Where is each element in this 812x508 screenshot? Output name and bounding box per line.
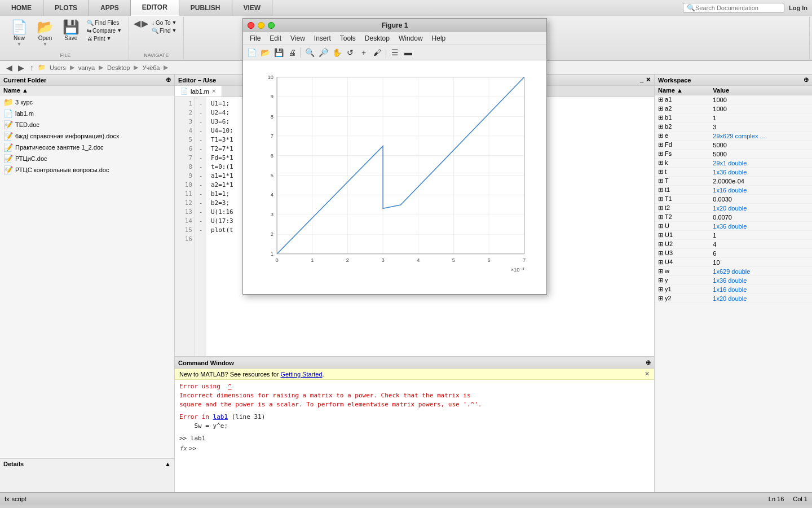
workspace-row[interactable]: ⊞ U3 6: [655, 249, 812, 258]
editor-minimize-icon[interactable]: _: [640, 76, 643, 84]
open-button[interactable]: 📂 Open ▼: [33, 18, 58, 48]
cmd-expand-icon[interactable]: ⊕: [646, 359, 651, 366]
workspace-row[interactable]: ⊞ T2 0.0070: [655, 213, 812, 222]
fig-menu-tools[interactable]: Tools: [336, 33, 360, 43]
cmd-banner: New to MATLAB? See resources for Getting…: [175, 369, 654, 380]
tab-plots[interactable]: PLOTS: [43, 0, 89, 16]
fig-brush-button[interactable]: 🖌: [371, 46, 383, 59]
forward-icon[interactable]: ▶: [142, 18, 148, 29]
fig-close-button[interactable]: [248, 22, 254, 29]
list-item[interactable]: 📁 3 курс: [0, 97, 174, 108]
editor-tab-lab1[interactable]: 📄 lab1.m ✕: [175, 86, 222, 97]
fig-print-button[interactable]: 🖨: [286, 46, 298, 59]
fig-legend-button[interactable]: ☰: [389, 46, 401, 59]
fig-minimize-button[interactable]: [258, 22, 264, 29]
list-item[interactable]: 📄 lab1.m: [0, 108, 174, 119]
fig-menu-window[interactable]: Window: [394, 33, 427, 43]
tab-home[interactable]: HOME: [0, 0, 43, 16]
workspace-row[interactable]: ⊞ k 29x1 double: [655, 159, 812, 168]
cmd-window-title: Command Window: [178, 360, 234, 366]
workspace-row[interactable]: ⊞ w 1x629 double: [655, 267, 812, 276]
svg-text:0: 0: [276, 257, 279, 263]
workspace-name-header[interactable]: Name ▲: [655, 86, 709, 95]
workspace-row[interactable]: ⊞ y1 1x16 double: [655, 285, 812, 294]
fig-save-button[interactable]: 💾: [272, 46, 285, 59]
workspace-row[interactable]: ⊞ U 1x36 double: [655, 222, 812, 231]
new-button[interactable]: 📄 New ▼: [7, 18, 32, 48]
workspace-row[interactable]: ⊞ t2 1x20 double: [655, 204, 812, 213]
fig-menu-desktop[interactable]: Desktop: [360, 33, 394, 43]
workspace-row[interactable]: ⊞ Fd 5000: [655, 141, 812, 150]
fig-zoom-in-button[interactable]: 🔍: [303, 46, 316, 59]
fig-new-button[interactable]: 📄: [245, 46, 258, 59]
fig-menu-help[interactable]: Help: [427, 33, 451, 43]
workspace-row[interactable]: ⊞ b1 1: [655, 113, 812, 122]
getting-started-link[interactable]: Getting Started: [281, 371, 323, 378]
save-button[interactable]: 💾 Save: [59, 18, 83, 42]
back-icon[interactable]: ◀: [134, 18, 140, 29]
workspace-expand-icon[interactable]: ⊕: [804, 76, 809, 84]
tab-editor[interactable]: EDITOR: [131, 0, 179, 16]
fig-colorbar-button[interactable]: ▬: [402, 46, 414, 59]
svg-text:1: 1: [311, 257, 314, 263]
list-item[interactable]: 📝 TED.doc: [0, 119, 174, 130]
search-input[interactable]: [695, 5, 774, 11]
cmd-content[interactable]: Error using ^ Incorrect dimensions for r…: [175, 380, 654, 492]
lab1-link[interactable]: lab1: [213, 413, 228, 421]
workspace-row[interactable]: ⊞ T 2.0000e-04: [655, 177, 812, 186]
workspace-row[interactable]: ⊞ T1 0.0030: [655, 195, 812, 204]
editor-tab-close-icon[interactable]: ✕: [211, 88, 216, 94]
list-item[interactable]: 📝 6жд( справочная информация).docx: [0, 130, 174, 142]
print-button[interactable]: 🖨 Print ▼: [85, 35, 124, 42]
fig-menu-view[interactable]: View: [286, 33, 310, 43]
login-button[interactable]: Log In: [789, 5, 807, 11]
editor-close-icon[interactable]: ✕: [646, 76, 651, 84]
workspace-row[interactable]: ⊞ U1 1: [655, 231, 812, 240]
fig-menu-file[interactable]: File: [245, 33, 265, 43]
svg-rect-0: [277, 77, 524, 254]
fig-rotate-button[interactable]: ↺: [344, 46, 356, 59]
workspace-row[interactable]: ⊞ t 1x36 double: [655, 168, 812, 177]
workspace-row[interactable]: ⊞ U2 4: [655, 240, 812, 249]
name-column-header[interactable]: Name ▲: [3, 87, 28, 94]
addr-path-item-vanya[interactable]: vanya: [77, 64, 96, 72]
cmd-banner-close-icon[interactable]: ✕: [645, 370, 650, 378]
workspace-row[interactable]: ⊞ t1 1x16 double: [655, 186, 812, 195]
fig-menu-edit[interactable]: Edit: [265, 33, 286, 43]
addr-path-item-desktop[interactable]: Desktop: [105, 64, 131, 72]
workspace-value-header[interactable]: Value: [709, 86, 812, 95]
workspace-row[interactable]: ⊞ a2 1000: [655, 104, 812, 113]
workspace-row[interactable]: ⊞ y2 1x20 double: [655, 294, 812, 303]
addr-path-item-uceba[interactable]: Учёба: [140, 64, 161, 72]
workspace-row[interactable]: ⊞ U4 10: [655, 258, 812, 267]
addr-path-item-users[interactable]: Users: [48, 64, 68, 72]
current-folder-expand-icon[interactable]: ⊕: [166, 76, 171, 84]
tab-apps[interactable]: APPS: [89, 0, 131, 16]
find-button[interactable]: 🔍 Find ▼: [149, 27, 179, 34]
fig-pan-button[interactable]: ✋: [330, 46, 343, 59]
workspace-row[interactable]: ⊞ y 1x36 double: [655, 276, 812, 285]
fig-maximize-button[interactable]: [268, 22, 275, 29]
compare-button[interactable]: ⇆ Compare ▼: [85, 27, 124, 34]
tab-publish[interactable]: PUBLISH: [179, 0, 232, 16]
list-item[interactable]: 📝 РТЦС контрольные вопросы.doc: [0, 164, 174, 176]
fig-zoom-out-button[interactable]: 🔎: [317, 46, 329, 59]
addr-back-button[interactable]: ◀: [5, 63, 14, 72]
workspace-row[interactable]: ⊞ a1 1000: [655, 95, 812, 104]
list-item[interactable]: 📝 Практическое занятие 1_2.doc: [0, 142, 174, 153]
fig-data-cursor-button[interactable]: +: [358, 46, 370, 59]
addr-up-button[interactable]: ↑: [28, 63, 36, 72]
workspace-row[interactable]: ⊞ e 29x629 complex ...: [655, 132, 812, 141]
addr-forward-button[interactable]: ▶: [16, 63, 26, 72]
fig-menu-insert[interactable]: Insert: [310, 33, 336, 43]
workspace-row[interactable]: ⊞ Fs 5000: [655, 150, 812, 159]
go-to-button[interactable]: ↓ Go To ▼: [149, 19, 179, 27]
find-files-button[interactable]: 🔍 Find Files: [85, 19, 124, 27]
fig-open-button[interactable]: 📂: [259, 46, 271, 59]
list-item[interactable]: 📝 РТЦиС.doc: [0, 153, 174, 164]
details-collapse-icon[interactable]: ▲: [165, 461, 171, 467]
svg-text:4: 4: [271, 191, 273, 198]
line-markers: ----- ----- -----: [195, 97, 206, 356]
workspace-row[interactable]: ⊞ b2 3: [655, 122, 812, 132]
tab-view[interactable]: VIEW: [232, 0, 273, 16]
